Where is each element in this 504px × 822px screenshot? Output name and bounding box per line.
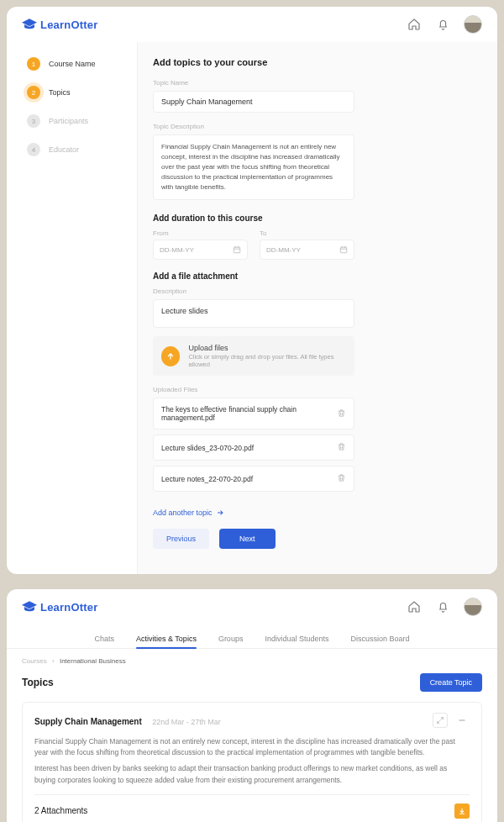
step-sidebar: 1 Course Name 2 Topics 3 Participants 4 … xyxy=(7,42,137,574)
crumb-current: International Business xyxy=(60,657,126,665)
brand-text: LearnOtter xyxy=(40,18,97,31)
builder-body: 1 Course Name 2 Topics 3 Participants 4 … xyxy=(7,42,497,574)
grad-cap-icon xyxy=(22,18,37,30)
label-to: To xyxy=(260,229,354,237)
topbar: LearnOtter xyxy=(7,7,497,42)
previous-button[interactable]: Previous xyxy=(153,529,209,549)
upload-dropzone[interactable]: Upload files Click or simply drag and dr… xyxy=(153,336,354,376)
next-button[interactable]: Next xyxy=(219,529,276,549)
topic-card: Supply Chain Management 22nd Mar - 27th … xyxy=(22,702,482,822)
expand-icon[interactable] xyxy=(433,713,448,728)
step-label: Participants xyxy=(49,117,88,125)
uploaded-file: Lecture notes_22-070-20.pdf xyxy=(153,466,354,492)
step-number: 2 xyxy=(27,86,40,99)
avatar[interactable] xyxy=(464,598,482,616)
course-builder-card: LearnOtter 1 Course Name 2 Topics 3 Part… xyxy=(7,7,497,574)
to-date-placeholder: DD-MM-YY xyxy=(266,246,301,254)
tab-individual-students[interactable]: Individual Students xyxy=(265,630,328,648)
topic-name-input[interactable]: Supply Chain Management xyxy=(153,91,354,113)
topic-p1: Financial Supply Chain Management is not… xyxy=(34,736,470,758)
trash-icon[interactable] xyxy=(337,408,346,419)
file-name: Lecture notes_22-070-20.pdf xyxy=(161,475,253,483)
topic-description-textarea[interactable]: Financial Supply Chain Management is not… xyxy=(153,134,354,200)
logo[interactable]: LearnOtter xyxy=(22,601,97,614)
trash-icon[interactable] xyxy=(337,473,346,484)
top-icon-group xyxy=(407,15,482,34)
bell-icon[interactable] xyxy=(435,599,450,614)
collapse-icon[interactable] xyxy=(454,713,470,728)
form-heading: Add topics to your course xyxy=(153,57,477,67)
home-icon[interactable] xyxy=(407,599,422,614)
svg-rect-1 xyxy=(340,247,347,253)
label-uploaded: Uploaded Files xyxy=(153,386,477,393)
add-topic-label: Add another topic xyxy=(153,508,213,517)
calendar-icon xyxy=(233,245,241,254)
section-attachment: Add a file attachment xyxy=(153,271,477,281)
upload-hint: Click or simply drag and drop your files… xyxy=(188,353,346,368)
crumb-courses[interactable]: Courses xyxy=(22,657,47,665)
tab-discussion-board[interactable]: Discussion Board xyxy=(350,630,409,648)
topic-dates: 22nd Mar - 27th Mar xyxy=(152,718,221,726)
label-topic-desc: Topic Description xyxy=(153,123,477,130)
label-description: Description xyxy=(153,287,477,295)
tab-groups[interactable]: Groups xyxy=(218,630,244,648)
brand-text: LearnOtter xyxy=(40,601,97,614)
topic-description: Financial Supply Chain Management is not… xyxy=(34,736,470,786)
from-date-placeholder: DD-MM-YY xyxy=(160,246,194,254)
topbar: LearnOtter xyxy=(7,589,497,624)
step-label: Course Name xyxy=(49,60,96,68)
divider xyxy=(34,794,470,795)
uploaded-file: The keys to effective financial supply c… xyxy=(153,398,354,429)
step-number: 3 xyxy=(27,114,40,128)
section-duration: Add duration to this course xyxy=(153,213,477,223)
upload-icon xyxy=(161,346,180,366)
tab-activities-topics[interactable]: Activities & Topics xyxy=(136,630,197,648)
calendar-icon xyxy=(339,245,348,254)
label-topic-name: Topic Name xyxy=(153,79,477,87)
topic-title: Supply Chain Management xyxy=(34,717,142,726)
top-icon-group xyxy=(407,598,482,616)
create-topic-button[interactable]: Create Topic xyxy=(420,673,482,692)
logo[interactable]: LearnOtter xyxy=(22,18,97,31)
to-date-input[interactable]: DD-MM-YY xyxy=(260,240,354,260)
nav-tabs: Chats Activities & Topics Groups Individ… xyxy=(7,624,497,649)
bell-icon[interactable] xyxy=(435,17,450,32)
uploaded-files-list: The keys to effective financial supply c… xyxy=(153,398,354,492)
arrow-right-icon xyxy=(216,508,224,517)
step-educator[interactable]: 4 Educator xyxy=(27,143,137,156)
step-number: 1 xyxy=(27,57,40,71)
label-from: From xyxy=(153,229,248,237)
attachments-title: 2 Attachments xyxy=(34,806,87,815)
file-name: Lecture slides_23-070-20.pdf xyxy=(161,444,254,452)
breadcrumb: Courses › International Business xyxy=(7,649,497,665)
trash-icon[interactable] xyxy=(337,442,346,453)
step-topics[interactable]: 2 Topics xyxy=(27,86,137,99)
step-label: Topics xyxy=(49,88,71,97)
tab-chats[interactable]: Chats xyxy=(95,630,115,648)
file-name: The keys to effective financial supply c… xyxy=(161,405,337,422)
attachment-description-input[interactable]: Lecture slides xyxy=(153,299,354,328)
upload-title: Upload files xyxy=(188,344,346,352)
home-icon[interactable] xyxy=(407,17,422,32)
page-title: Topics xyxy=(22,677,54,688)
step-course-name[interactable]: 1 Course Name xyxy=(27,57,137,71)
download-all-icon[interactable] xyxy=(454,804,470,819)
grad-cap-icon xyxy=(22,601,37,613)
avatar[interactable] xyxy=(464,15,482,34)
chevron-right-icon: › xyxy=(52,657,55,665)
step-participants[interactable]: 3 Participants xyxy=(27,114,137,128)
from-date-input[interactable]: DD-MM-YY xyxy=(153,240,248,260)
form-pane: Add topics to your course Topic Name Sup… xyxy=(137,42,497,574)
uploaded-file: Lecture slides_23-070-20.pdf xyxy=(153,435,354,461)
svg-rect-0 xyxy=(234,247,240,253)
topic-p2: Interest has been driven by banks seekin… xyxy=(34,763,470,785)
step-number: 4 xyxy=(27,143,40,156)
add-another-topic-link[interactable]: Add another topic xyxy=(153,508,224,517)
step-label: Educator xyxy=(49,145,79,154)
topics-page-card: LearnOtter Chats Activities & Topics Gro… xyxy=(7,589,497,822)
